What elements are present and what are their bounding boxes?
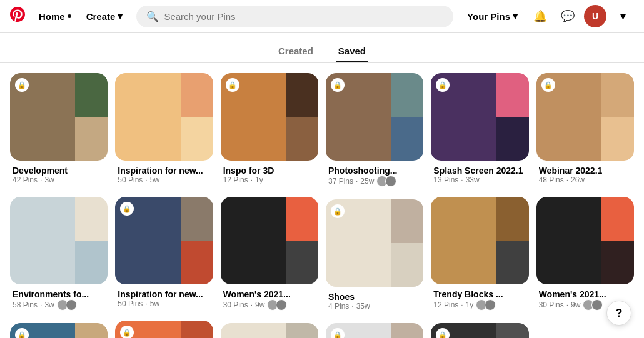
notifications-button[interactable]: 🔔 <box>529 5 551 27</box>
board-images <box>221 323 318 338</box>
board-card[interactable]: 🔒 Shoes 4 Pins · 35w <box>326 199 423 313</box>
board-images: 🔒 <box>326 73 423 161</box>
collab-avatars <box>379 176 396 187</box>
board-card[interactable]: 🔒 Inspo for 3D 12 Pins · 1y <box>221 73 318 187</box>
board-card[interactable]: Women's 2021... 30 Pins · 9w <box>221 197 318 313</box>
collab-avatars <box>478 299 496 311</box>
board-card[interactable]: Women's 2021... 30 Pins · 9w <box>536 197 634 313</box>
collab-avatars <box>59 299 77 311</box>
board-sub-image-1 <box>181 73 213 117</box>
board-images <box>431 197 528 284</box>
board-card[interactable]: 🔒 INSPIRATIONS 38 Pins · 20w <box>115 321 213 338</box>
board-time-ago: 3w <box>44 301 54 309</box>
board-card[interactable]: Trendy Blocks ... 12 Pins · 1y <box>431 197 528 313</box>
boards-grid: 🔒 Development 42 Pins · 3w <box>0 73 644 338</box>
board-sub-image-1 <box>75 323 108 338</box>
board-sub-image-1 <box>75 197 108 241</box>
board-sub-image-2 <box>601 117 634 161</box>
board-sub-image-2 <box>181 117 213 161</box>
search-bar[interactable]: 🔍 <box>136 6 453 27</box>
board-main-image <box>221 197 286 284</box>
messages-button[interactable]: 💬 <box>556 5 579 27</box>
board-time: · <box>40 176 42 184</box>
board-title: Inspo for 3D <box>223 166 316 176</box>
board-title: Splash Screen 2022.1 <box>433 166 526 176</box>
board-card[interactable]: 🔒 Splash Screen 2022.1 13 Pins · 33w <box>431 73 528 187</box>
search-input[interactable] <box>164 11 443 22</box>
board-sub-image-2 <box>391 243 423 287</box>
board-pins-count: 12 Pins <box>223 176 248 184</box>
create-nav-item[interactable]: Create ▾ <box>80 7 129 26</box>
home-dot <box>68 14 71 18</box>
tab-saved[interactable]: Saved <box>336 41 368 62</box>
header-right: Your Pins ▾ 🔔 💬 U ▾ <box>461 5 634 27</box>
board-time-ago: 9w <box>571 301 580 309</box>
board-sub-image-2 <box>601 241 634 284</box>
board-card[interactable]: 🔒 Development 42 Pins · 3w <box>10 73 108 187</box>
board-meta: 50 Pins · 5w <box>118 299 210 308</box>
board-card[interactable]: 🔒 Photoshooting... 37 Pins · 25w <box>326 73 423 189</box>
pinterest-logo[interactable] <box>10 7 25 26</box>
board-time-ago: 3w <box>44 176 54 184</box>
board-images: 🔒 <box>221 73 318 161</box>
board-sub-image-2 <box>75 117 108 161</box>
board-meta: 58 Pins · 3w <box>13 299 105 311</box>
board-card[interactable]: 🔒 Splash inspiratio... 15 Pins · 51w <box>326 323 423 338</box>
board-time: · <box>566 176 568 184</box>
board-card[interactable]: 🔒 Gloves 35 Pins · 7w <box>10 323 108 338</box>
help-button[interactable]: ? <box>606 301 631 326</box>
board-images: 🔒 <box>431 323 528 338</box>
board-time: · <box>356 177 358 186</box>
board-title: Women's 2021... <box>539 289 631 299</box>
collab-avatar <box>385 176 396 187</box>
board-meta: 50 Pins · 5w <box>118 176 210 184</box>
board-time-ago: 33w <box>466 176 480 184</box>
board-card[interactable]: 🔒 Inspiration for new... 50 Pins · 5w <box>115 197 213 311</box>
board-time: · <box>351 302 353 311</box>
board-info: Splash Screen 2022.1 13 Pins · 33w <box>431 161 528 187</box>
board-card[interactable]: Inspiration for new... 50 Pins · 5w <box>115 73 213 187</box>
board-sub-image-1 <box>496 323 529 338</box>
your-pins-button[interactable]: Your Pins ▾ <box>461 7 524 26</box>
board-sub-image-1 <box>75 73 108 117</box>
lock-icon: 🔒 <box>331 204 345 218</box>
board-card[interactable]: 🔒 Webinar 2021.3... 65 Pins · 26w <box>431 323 528 338</box>
board-sub-image-1 <box>601 73 634 117</box>
collab-avatar <box>591 299 603 311</box>
board-pins-count: 37 Pins <box>328 177 353 186</box>
board-time: · <box>251 301 253 309</box>
user-avatar[interactable]: U <box>584 5 606 27</box>
board-sub-image-1 <box>496 197 529 241</box>
board-title: Photoshooting... <box>328 166 421 176</box>
board-sub-image-1 <box>391 73 423 117</box>
collab-avatar <box>485 299 496 311</box>
board-time-ago: 1y <box>466 301 474 309</box>
board-meta: 42 Pins · 3w <box>13 176 105 184</box>
tab-created[interactable]: Created <box>276 41 316 62</box>
bell-icon: 🔔 <box>533 9 547 23</box>
board-info: Inspo for 3D 12 Pins · 1y <box>221 161 318 187</box>
board-sub-image-1 <box>286 197 318 241</box>
your-pins-chevron-icon: ▾ <box>513 11 518 22</box>
profile-tabs: Created Saved <box>0 33 644 63</box>
board-sub-image-1 <box>286 323 318 338</box>
board-card[interactable]: 🔒 Webinar 2022.1 48 Pins · 26w <box>536 73 634 187</box>
create-label: Create <box>86 11 116 22</box>
board-images: 🔒 <box>10 73 108 161</box>
board-title: Shoes <box>328 292 421 302</box>
collab-avatar <box>66 299 77 311</box>
board-card[interactable]: Environments fo... 58 Pins · 3w <box>10 197 108 313</box>
collab-avatar <box>276 299 287 311</box>
board-images: 🔒 <box>115 321 213 338</box>
lock-icon: 🔒 <box>331 328 345 338</box>
board-pins-count: 50 Pins <box>118 176 143 184</box>
board-sub-image-2 <box>286 117 318 161</box>
board-title: Environments fo... <box>13 289 105 299</box>
account-chevron-button[interactable]: ▾ <box>611 5 634 27</box>
board-meta: 48 Pins · 26w <box>539 176 631 184</box>
collab-avatars <box>269 299 287 311</box>
board-images <box>10 197 108 284</box>
board-time: · <box>145 299 147 308</box>
board-card[interactable]: patterns 7 Pins · 3y <box>221 323 318 338</box>
home-nav-item[interactable]: Home <box>33 7 78 26</box>
